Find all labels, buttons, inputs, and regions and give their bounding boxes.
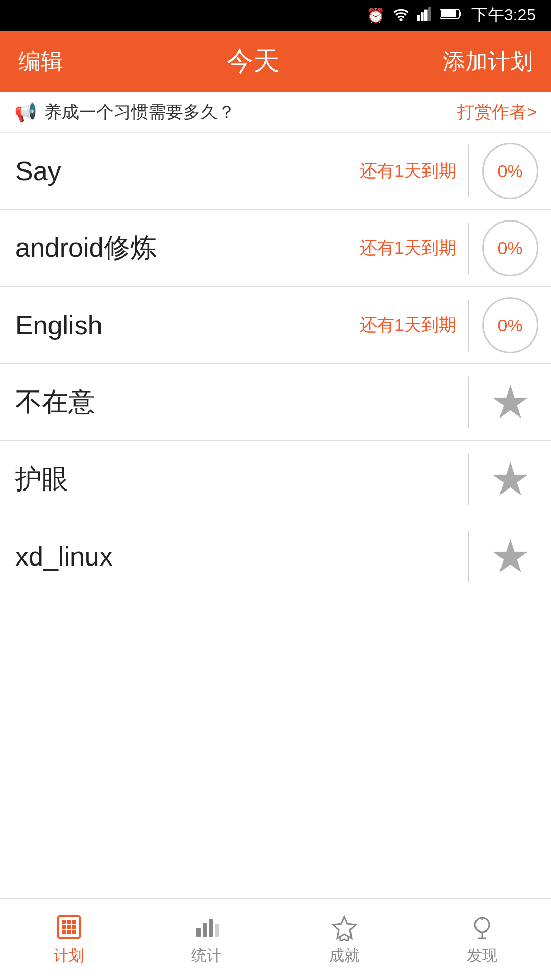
habit-action-3[interactable]: ★: [469, 364, 551, 440]
habit-item-1[interactable]: android修炼还有1天到期0%: [0, 210, 551, 287]
habit-item-5[interactable]: xd_linux★: [0, 518, 551, 595]
nav-item-discover[interactable]: 发现: [413, 913, 551, 966]
svg-rect-11: [72, 920, 76, 924]
megaphone-icon: 📢: [14, 102, 37, 123]
habit-deadline-0: 还有1天到期: [360, 159, 468, 183]
status-icons: ⏰: [367, 7, 462, 24]
habit-name-3: 不在意: [15, 384, 468, 420]
habit-item-0[interactable]: Say还有1天到期0%: [0, 133, 551, 210]
banner: 📢 养成一个习惯需要多久？ 打赏作者>: [0, 92, 551, 133]
tip-author-button[interactable]: 打赏作者>: [457, 101, 537, 124]
nav-item-stats[interactable]: 统计: [138, 913, 276, 966]
svg-rect-4: [428, 7, 431, 21]
svg-rect-16: [67, 930, 71, 934]
stats-label: 统计: [191, 945, 222, 966]
habit-name-1: android修炼: [15, 230, 360, 266]
progress-text-2: 0%: [497, 315, 522, 335]
habit-deadline-1: 还有1天到期: [360, 236, 468, 260]
svg-rect-2: [421, 12, 424, 21]
habit-deadline-2: 还有1天到期: [360, 313, 468, 337]
discover-label: 发现: [467, 945, 497, 966]
svg-point-22: [475, 918, 489, 932]
header-title: 今天: [227, 43, 280, 79]
progress-text-1: 0%: [497, 238, 522, 258]
svg-rect-12: [62, 925, 66, 929]
habit-item-2[interactable]: English还有1天到期0%: [0, 287, 551, 364]
add-plan-button[interactable]: 添加计划: [443, 46, 533, 77]
app-header: 编辑 今天 添加计划: [0, 31, 551, 92]
battery-icon: [440, 7, 462, 23]
svg-rect-17: [72, 930, 76, 934]
progress-text-0: 0%: [497, 161, 522, 181]
svg-rect-6: [441, 10, 456, 17]
plan-label: 计划: [54, 945, 84, 966]
status-bar: ⏰ 下午3:25: [0, 0, 551, 31]
habit-item-4[interactable]: 护眼★: [0, 441, 551, 518]
svg-point-0: [399, 18, 402, 21]
habit-list: Say还有1天到期0%android修炼还有1天到期0%English还有1天到…: [0, 133, 551, 898]
habit-action-5[interactable]: ★: [469, 518, 551, 595]
banner-content: 📢 养成一个习惯需要多久？: [14, 101, 457, 124]
nav-item-plan[interactable]: 计划: [0, 913, 138, 966]
alarm-icon: ⏰: [367, 7, 385, 24]
habit-name-4: 护眼: [15, 461, 468, 497]
habit-action-2[interactable]: 0%: [469, 287, 551, 363]
habit-action-4[interactable]: ★: [469, 441, 551, 518]
svg-rect-13: [67, 925, 71, 929]
svg-rect-1: [417, 15, 420, 20]
svg-rect-20: [209, 919, 213, 937]
svg-rect-9: [62, 920, 66, 924]
habit-action-1[interactable]: 0%: [469, 210, 551, 286]
habit-name-0: Say: [15, 156, 360, 186]
star-icon-5: ★: [490, 533, 531, 579]
habit-action-0[interactable]: 0%: [469, 133, 551, 209]
svg-rect-14: [72, 925, 76, 929]
plan-icon: [55, 913, 83, 941]
wifi-icon: [393, 7, 409, 24]
status-time: 下午3:25: [471, 4, 536, 27]
svg-rect-15: [62, 930, 66, 934]
achieve-icon: [330, 913, 359, 941]
progress-circle-2: 0%: [482, 297, 538, 353]
nav-item-achieve[interactable]: 成就: [276, 913, 413, 966]
bottom-navigation: 计划 统计 成就 发现: [0, 898, 551, 980]
svg-rect-10: [67, 920, 71, 924]
banner-text: 养成一个习惯需要多久？: [44, 101, 235, 124]
progress-circle-1: 0%: [482, 220, 538, 276]
svg-rect-19: [203, 923, 207, 937]
svg-rect-21: [215, 924, 219, 937]
progress-circle-0: 0%: [482, 143, 538, 199]
signal-icon: [417, 7, 432, 24]
habit-name-5: xd_linux: [15, 541, 468, 572]
svg-rect-7: [459, 12, 461, 16]
habit-item-3[interactable]: 不在意★: [0, 364, 551, 441]
edit-button[interactable]: 编辑: [18, 46, 63, 77]
habit-name-2: English: [15, 310, 360, 340]
star-icon-3: ★: [490, 379, 531, 425]
stats-icon: [192, 913, 221, 941]
svg-rect-18: [196, 928, 201, 937]
achieve-label: 成就: [329, 945, 360, 966]
star-icon-4: ★: [490, 456, 531, 502]
svg-rect-3: [424, 9, 428, 20]
discover-icon: [468, 913, 496, 941]
